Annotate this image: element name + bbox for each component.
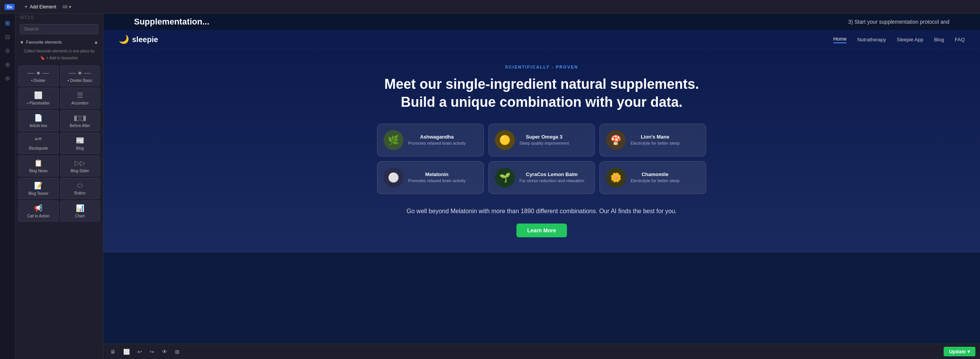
omega3-image: 🟡 [495,130,515,150]
element-chart[interactable]: 📊 Chart [60,201,100,222]
hero-title: Meet our single-ingredient natural suppl… [126,75,957,111]
favourites-section[interactable]: ★ Favourite elements ▲ [15,37,103,47]
hero-section: SCIENTIFICALLY - PROVEN Meet our single-… [103,49,980,253]
supplement-card-ashwagandha: 🌿 Ashwagandha Promotes relaxed brain act… [377,124,484,157]
blog-teaser-icon: 📝 [34,181,42,190]
favourites-title: ★ Favourite elements [20,40,62,45]
element-divider-basic[interactable]: — ● — • Divider Basic [60,65,100,86]
blog-slider-icon: ▷▷ [75,159,85,167]
melatonin-info: Melatonin Promotes relaxed brain activit… [408,171,466,183]
divider-icon: — ● — [28,69,49,77]
supplements-grid: 🌿 Ashwagandha Promotes relaxed brain act… [377,124,706,194]
supplement-card-lionsmane: 🍄 Lion's Mane Electrolyte for better sle… [599,124,706,157]
grid-icon-btn[interactable]: ⊟ [2,31,14,43]
logo-icon: 🌙 [119,34,129,44]
star-icon: ★ [20,40,24,45]
supplement-card-melatonin: ⚪ Melatonin Promotes relaxed brain activ… [377,161,484,194]
supplement-card-lemonbalm: 🌱 CyraCos Lemon Balm For stress reductio… [488,161,595,194]
undo-btn[interactable]: ↩ [135,347,144,356]
lemonbalm-image: 🌱 [495,168,515,188]
nav-sleepie-app[interactable]: Sleepie App [897,37,923,42]
element-article-box[interactable]: 📄 Article box [18,110,59,131]
blog-icon: 📰 [76,136,84,145]
partial-title: Supplementation... [134,17,209,27]
icon-rail: ⊞ ⊟ ⊜ ⊕ ⊛ [0,14,15,359]
partial-top-content: Supplementation... 3) Start your supplem… [103,14,980,30]
nav-links: Home Nutratherapy Sleepie App Blog FAQ [833,36,965,43]
elements-grid: — ● — • Divider — ● — • Divider Basic ⬜ … [15,64,103,223]
button-element-icon: ⬭ [77,181,83,189]
lemonbalm-info: CyraCos Lemon Balm For stress reduction … [519,171,584,183]
element-blog-slider[interactable]: ▷▷ Blog Slider [60,155,100,176]
lionsmane-info: Lion's Mane Electrolyte for better sleep [630,134,679,146]
more-options-btn[interactable]: ⊞ [173,347,182,356]
website-preview[interactable]: Supplementation... 3) Start your supplem… [103,14,980,344]
add-element-label: Add Element [30,4,56,10]
placeholder-icon: ⬜ [34,91,42,100]
collapse-icon: ▲ [94,39,98,45]
nav-nutratherapy[interactable]: Nutratherapy [857,37,886,42]
element-button[interactable]: ⬭ Button [60,178,100,199]
plus-icon: ＋ [24,3,28,10]
chamomile-image: 🌼 [606,168,626,188]
ashwagandha-image: 🌿 [384,130,403,150]
bookmark-icon: 🔖 [40,55,45,61]
omega3-info: Super Omega 3 Sleep quality improvement [519,134,569,146]
update-button[interactable]: Update ▾ [944,347,975,356]
element-blog-news[interactable]: 📋 Blog News [18,155,59,176]
bottom-toolbar: 🖥 ⬜ ↩ ↪ 👁 ⊞ Update ▾ [103,344,980,359]
element-before-after[interactable]: ◧◨ Before After [60,110,100,131]
left-panel: ⊞ ⊟ ⊜ ⊕ ⊛ V27.2.5 ★ Favourite elements ▲… [0,14,103,359]
partial-subtitle: 3) Start your supplementation protocol a… [848,19,949,25]
all-filter[interactable]: All ▾ [62,4,71,10]
settings-icon-btn[interactable]: ⊛ [2,72,14,84]
main-layout: ⊞ ⊟ ⊜ ⊕ ⊛ V27.2.5 ★ Favourite elements ▲… [0,14,980,359]
preview-btn[interactable]: 👁 [160,347,170,356]
hero-cta-text: Go well beyond Melatonin with more than … [126,206,957,216]
hero-tag: SCIENTIFICALLY - PROVEN [126,65,957,69]
element-blockquote[interactable]: ❝❞ Blockquote [18,133,59,154]
element-blog[interactable]: 📰 Blog [60,133,100,154]
sidebar: V27.2.5 ★ Favourite elements ▲ Collect f… [15,14,103,359]
version-label: V27.2.5 [15,14,103,21]
redo-btn[interactable]: ↪ [147,347,157,356]
lionsmane-image: 🍄 [606,130,626,150]
element-divider[interactable]: — ● — • Divider [18,65,59,86]
sliders-icon-btn[interactable]: ⊜ [2,44,14,57]
add-to-favourites-hint: 🔖 + Add to favourites [20,55,98,61]
divider-basic-icon: — ● — [69,69,91,77]
element-accordion[interactable]: ☰ Accordion [60,88,100,109]
add-element-button[interactable]: ＋ Add Element [21,2,59,11]
element-placeholder[interactable]: ⬜ • Placeholder [18,88,59,109]
nav-blog[interactable]: Blog [934,37,944,42]
article-box-icon: 📄 [34,114,42,122]
favourites-desc: Collect favourite elements in one place … [15,47,103,64]
cta-icon: 📢 [34,204,42,212]
layers-icon-btn[interactable]: ⊞ [2,17,14,29]
learn-more-button[interactable]: Learn More [516,224,567,237]
element-blog-teaser[interactable]: 📝 Blog Teaser [18,178,59,199]
search-input[interactable] [20,24,98,34]
blockquote-icon: ❝❞ [34,136,42,145]
supplement-card-omega3: 🟡 Super Omega 3 Sleep quality improvemen… [488,124,595,157]
nav-home[interactable]: Home [833,36,847,43]
blog-news-icon: 📋 [34,159,42,167]
preview-nav: 🌙 sleepie Home Nutratherapy Sleepie App … [103,30,980,49]
site-logo: 🌙 sleepie [119,34,158,44]
chevron-down-icon: ▾ [967,349,970,354]
globe-icon-btn[interactable]: ⊕ [2,58,14,70]
supplement-card-chamomile: 🌼 Chamomile Electrolyte for better sleep [599,161,706,194]
top-bar: Be ＋ Add Element All ▾ [0,0,980,14]
nav-faq[interactable]: FAQ [955,37,965,42]
app-logo: Be [5,4,15,10]
chamomile-info: Chamomile Electrolyte for better sleep [630,171,679,183]
accordion-icon: ☰ [77,91,83,100]
element-call-to-action[interactable]: 📢 Call to Action [18,201,59,222]
device-tablet-btn[interactable]: ⬜ [121,347,132,356]
chart-icon: 📊 [76,204,84,212]
before-after-icon: ◧◨ [74,114,87,122]
chevron-down-icon: ▾ [69,4,71,10]
melatonin-image: ⚪ [384,168,403,188]
device-desktop-btn[interactable]: 🖥 [108,347,118,356]
content-area: Supplementation... 3) Start your supplem… [103,14,980,359]
